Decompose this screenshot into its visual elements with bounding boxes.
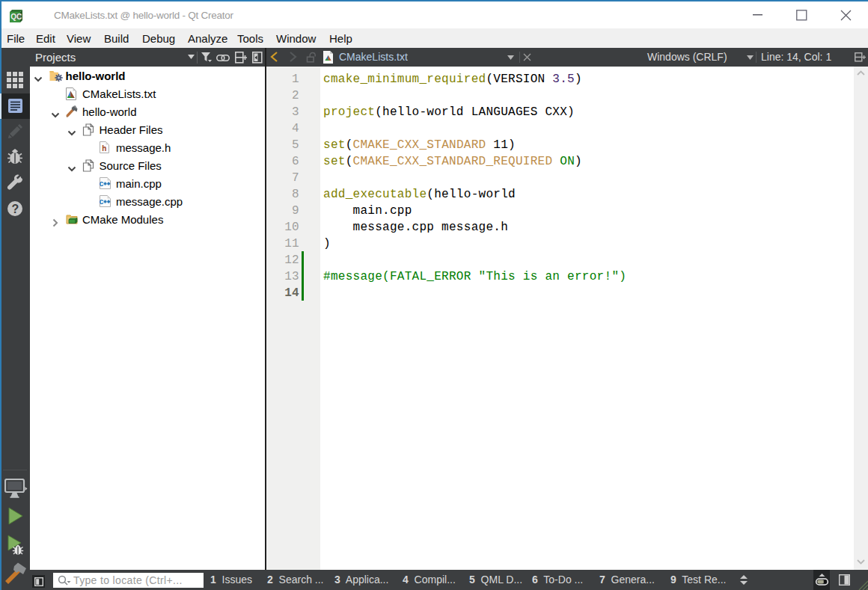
svg-text:c: c (100, 179, 104, 188)
svg-text:h: h (102, 144, 106, 153)
svg-text:c: c (100, 197, 104, 206)
svg-text:?: ? (12, 203, 19, 215)
svg-text:QC: QC (10, 13, 22, 21)
